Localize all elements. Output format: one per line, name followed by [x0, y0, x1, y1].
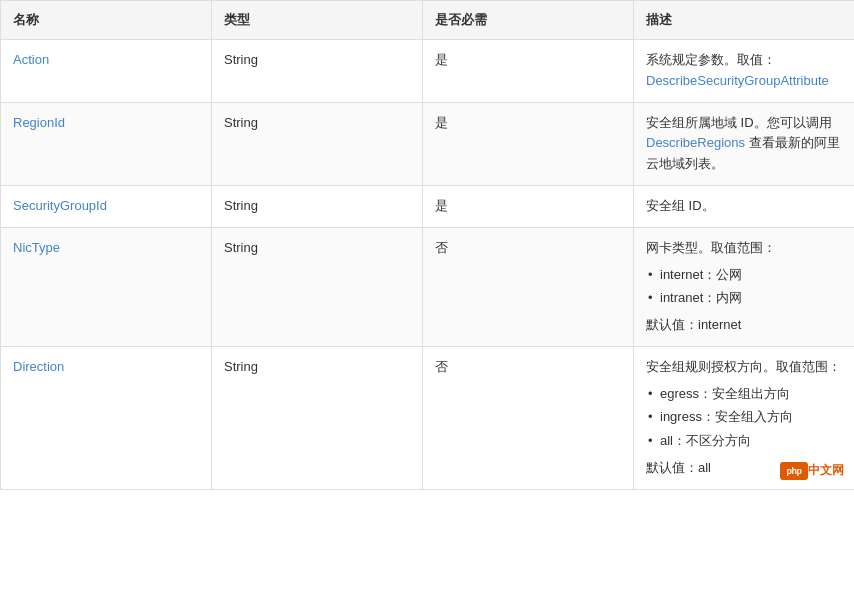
param-type: String [212, 102, 423, 185]
param-name: SecurityGroupId [1, 185, 212, 227]
param-desc: 安全组规则授权方向。取值范围：egress：安全组出方向ingress：安全组入… [634, 347, 855, 490]
list-item: all：不区分方向 [646, 429, 842, 452]
header-desc: 描述 [634, 1, 855, 40]
api-params-table: 名称 类型 是否必需 描述 ActionString是系统规定参数。取值：Des… [0, 0, 854, 490]
param-desc: 安全组所属地域 ID。您可以调用 DescribeRegions 查看最新的阿里… [634, 102, 855, 185]
watermark: php中文网 [780, 460, 844, 481]
param-type: String [212, 40, 423, 103]
table-row: DirectionString否安全组规则授权方向。取值范围：egress：安全… [1, 347, 855, 490]
table-row: NicTypeString否网卡类型。取值范围：internet：公网intra… [1, 227, 855, 346]
list-item: intranet：内网 [646, 286, 842, 309]
param-required: 否 [423, 347, 634, 490]
table-row: ActionString是系统规定参数。取值：DescribeSecurityG… [1, 40, 855, 103]
param-desc: 安全组 ID。 [634, 185, 855, 227]
header-required: 是否必需 [423, 1, 634, 40]
table-row: SecurityGroupIdString是安全组 ID。 [1, 185, 855, 227]
param-required: 是 [423, 185, 634, 227]
list-item: egress：安全组出方向 [646, 382, 842, 405]
header-type: 类型 [212, 1, 423, 40]
header-name: 名称 [1, 1, 212, 40]
param-name: NicType [1, 227, 212, 346]
param-type: String [212, 227, 423, 346]
param-name: Action [1, 40, 212, 103]
param-type: String [212, 185, 423, 227]
param-desc: 网卡类型。取值范围：internet：公网intranet：内网默认值：inte… [634, 227, 855, 346]
param-required: 否 [423, 227, 634, 346]
param-desc: 系统规定参数。取值：DescribeSecurityGroupAttribute [634, 40, 855, 103]
table-header-row: 名称 类型 是否必需 描述 [1, 1, 855, 40]
list-item: ingress：安全组入方向 [646, 405, 842, 428]
param-required: 是 [423, 102, 634, 185]
param-required: 是 [423, 40, 634, 103]
param-type: String [212, 347, 423, 490]
param-name: Direction [1, 347, 212, 490]
param-name: RegionId [1, 102, 212, 185]
table-row: RegionIdString是安全组所属地域 ID。您可以调用 Describe… [1, 102, 855, 185]
list-item: internet：公网 [646, 263, 842, 286]
